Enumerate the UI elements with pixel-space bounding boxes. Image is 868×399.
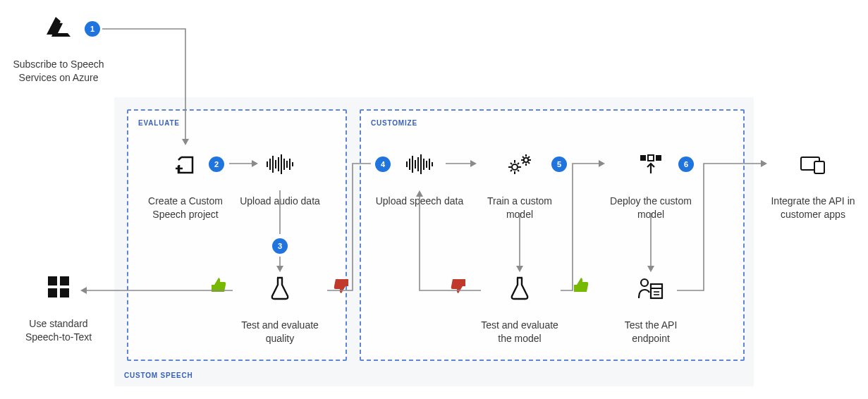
svg-marker-41 — [276, 266, 283, 272]
svg-marker-43 — [80, 287, 87, 294]
svg-marker-52 — [761, 160, 767, 167]
svg-marker-38 — [252, 160, 258, 167]
svg-marker-47 — [516, 266, 523, 272]
svg-marker-49 — [599, 160, 605, 167]
svg-marker-36 — [182, 139, 189, 145]
connectors — [0, 0, 868, 399]
svg-marker-45 — [470, 160, 477, 167]
svg-marker-48 — [416, 190, 423, 197]
diagram-canvas: CUSTOM SPEECH EVALUATE CUSTOMIZE Subscri… — [0, 0, 868, 399]
svg-marker-51 — [647, 266, 654, 272]
